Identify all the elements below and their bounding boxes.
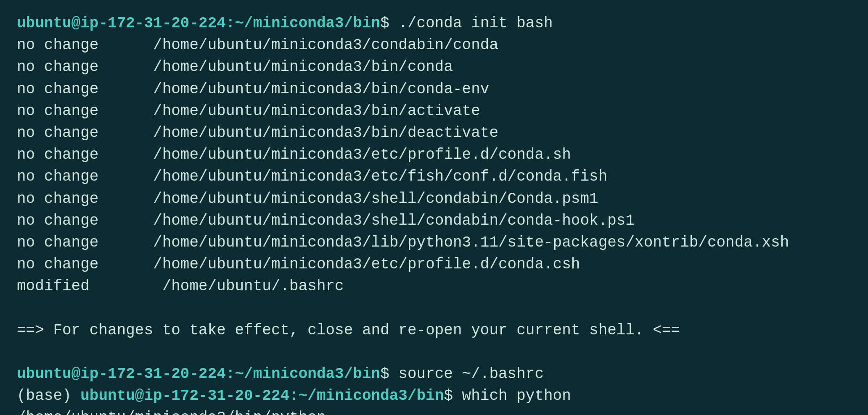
prompt-3: ubuntu@ip-172-31-20-224:~/miniconda3/bin bbox=[80, 385, 444, 407]
output-label-10: no change bbox=[17, 254, 153, 276]
output-label-6: no change bbox=[17, 166, 153, 188]
output-path-2: /home/ubuntu/miniconda3/bin/conda-env bbox=[153, 79, 489, 100]
cmd-2: source ~/.bashrc bbox=[389, 363, 544, 385]
output-line-5: no change /home/ubuntu/miniconda3/etc/pr… bbox=[17, 144, 851, 166]
message-line: ==> For changes to take effect, close an… bbox=[17, 320, 851, 341]
output-line-9: no change /home/ubuntu/miniconda3/lib/py… bbox=[17, 232, 851, 254]
output-path-8: /home/ubuntu/miniconda3/shell/condabin/c… bbox=[153, 210, 635, 232]
output-path-9: /home/ubuntu/miniconda3/lib/python3.11/s… bbox=[153, 232, 789, 254]
output-label-11: modified bbox=[17, 276, 162, 297]
output-path-6: /home/ubuntu/miniconda3/etc/fish/conf.d/… bbox=[153, 166, 607, 188]
output-line-7: no change /home/ubuntu/miniconda3/shell/… bbox=[17, 188, 851, 210]
output-line-2: no change /home/ubuntu/miniconda3/bin/co… bbox=[17, 79, 851, 100]
output-path-1: /home/ubuntu/miniconda3/bin/conda bbox=[153, 56, 453, 78]
output-label-3: no change bbox=[17, 100, 153, 122]
output-label-0: no change bbox=[17, 34, 153, 56]
dollar-1: $ bbox=[380, 13, 389, 34]
output-label-4: no change bbox=[17, 122, 153, 144]
output-path-7: /home/ubuntu/miniconda3/shell/condabin/C… bbox=[153, 188, 598, 210]
output-label-8: no change bbox=[17, 210, 153, 232]
output-label-7: no change bbox=[17, 188, 153, 210]
output-path-5: /home/ubuntu/miniconda3/etc/profile.d/co… bbox=[153, 144, 571, 166]
output-lines: no change /home/ubuntu/miniconda3/condab… bbox=[17, 34, 851, 297]
output-line-10: no change /home/ubuntu/miniconda3/etc/pr… bbox=[17, 254, 851, 276]
output-label-9: no change bbox=[17, 232, 153, 254]
output-path-4: /home/ubuntu/miniconda3/bin/deactivate bbox=[153, 122, 498, 144]
output-line-4: no change /home/ubuntu/miniconda3/bin/de… bbox=[17, 122, 851, 144]
command-line-3: (base) ubuntu@ip-172-31-20-224:~/minicon… bbox=[17, 385, 851, 407]
output-line-1: no change /home/ubuntu/miniconda3/bin/co… bbox=[17, 56, 851, 78]
output-path-3: /home/ubuntu/miniconda3/bin/activate bbox=[153, 100, 480, 122]
command-line-1: ubuntu@ip-172-31-20-224:~/miniconda3/bin… bbox=[17, 13, 851, 34]
output-path-11: /home/ubuntu/.bashrc bbox=[162, 276, 344, 297]
blank-line-2 bbox=[17, 341, 851, 363]
output-path-10: /home/ubuntu/miniconda3/etc/profile.d/co… bbox=[153, 254, 580, 276]
output-line-6: no change /home/ubuntu/miniconda3/etc/fi… bbox=[17, 166, 851, 188]
terminal-window: ubuntu@ip-172-31-20-224:~/miniconda3/bin… bbox=[17, 13, 851, 415]
dollar-3: $ bbox=[444, 385, 453, 407]
output-line-0: no change /home/ubuntu/miniconda3/condab… bbox=[17, 34, 851, 56]
output-label-2: no change bbox=[17, 79, 153, 100]
prompt-1: ubuntu@ip-172-31-20-224:~/miniconda3/bin bbox=[17, 13, 380, 34]
python-path: /home/ubuntu/miniconda3/bin/python bbox=[17, 407, 326, 415]
output-line-3: no change /home/ubuntu/miniconda3/bin/ac… bbox=[17, 100, 851, 122]
dollar-2: $ bbox=[380, 363, 389, 385]
command-line-2: ubuntu@ip-172-31-20-224:~/miniconda3/bin… bbox=[17, 363, 851, 385]
cmd-3: which python bbox=[453, 385, 571, 407]
cmd-1: ./conda init bash bbox=[389, 13, 553, 34]
prompt-2: ubuntu@ip-172-31-20-224:~/miniconda3/bin bbox=[17, 363, 380, 385]
base-prefix: (base) bbox=[17, 385, 80, 407]
output-line-11: modified /home/ubuntu/.bashrc bbox=[17, 276, 851, 297]
python-path-line: /home/ubuntu/miniconda3/bin/python bbox=[17, 407, 851, 415]
blank-line-1 bbox=[17, 297, 851, 319]
output-label-5: no change bbox=[17, 144, 153, 166]
output-label-1: no change bbox=[17, 56, 153, 78]
output-path-0: /home/ubuntu/miniconda3/condabin/conda bbox=[153, 34, 498, 56]
output-line-8: no change /home/ubuntu/miniconda3/shell/… bbox=[17, 210, 851, 232]
